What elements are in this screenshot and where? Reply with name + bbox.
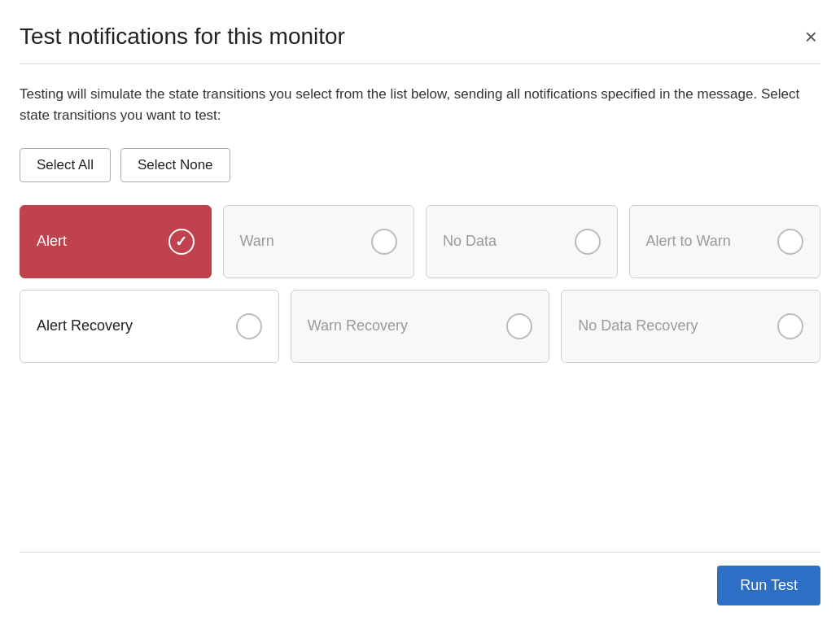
option-no-data-radio	[575, 229, 601, 255]
modal-title: Test notifications for this monitor	[20, 23, 345, 50]
modal-container: Test notifications for this monitor × Te…	[0, 0, 840, 625]
option-alert-to-warn-radio	[777, 229, 803, 255]
close-button[interactable]: ×	[802, 23, 820, 50]
option-warn-label: Warn	[240, 232, 274, 251]
option-warn-radio	[371, 229, 397, 255]
select-none-button[interactable]: Select None	[120, 148, 230, 182]
option-no-data-recovery-label: No Data Recovery	[578, 317, 698, 335]
selection-buttons-group: Select All Select None	[20, 148, 820, 182]
option-warn-recovery-label: Warn Recovery	[308, 317, 408, 335]
header-divider	[20, 63, 820, 64]
options-row2: Alert Recovery Warn Recovery No Data Rec…	[20, 290, 820, 363]
option-no-data[interactable]: No Data	[426, 205, 618, 278]
modal-footer: Run Test	[20, 526, 820, 605]
footer-divider	[20, 552, 820, 553]
option-alert-recovery-label: Alert Recovery	[37, 317, 133, 335]
check-icon: ✓	[175, 233, 187, 251]
option-alert-to-warn[interactable]: Alert to Warn	[629, 205, 821, 278]
option-alert[interactable]: Alert ✓	[20, 205, 212, 278]
select-all-button[interactable]: Select All	[20, 148, 111, 182]
option-no-data-label: No Data	[443, 232, 497, 251]
run-test-button[interactable]: Run Test	[717, 566, 820, 605]
modal-header: Test notifications for this monitor ×	[20, 23, 820, 50]
option-alert-recovery-radio	[236, 313, 262, 339]
option-warn-recovery[interactable]: Warn Recovery	[291, 290, 550, 363]
option-alert-label: Alert	[37, 232, 67, 251]
option-warn[interactable]: Warn	[223, 205, 415, 278]
footer-actions: Run Test	[20, 566, 820, 605]
option-alert-recovery[interactable]: Alert Recovery	[20, 290, 279, 363]
option-alert-to-warn-label: Alert to Warn	[646, 232, 731, 251]
option-no-data-recovery-radio	[777, 313, 803, 339]
option-warn-recovery-radio	[506, 313, 532, 339]
description-text: Testing will simulate the state transiti…	[20, 84, 820, 125]
option-alert-radio: ✓	[168, 229, 195, 255]
option-no-data-recovery[interactable]: No Data Recovery	[561, 290, 820, 363]
options-row1: Alert ✓ Warn No Data Alert to Warn	[20, 205, 820, 278]
